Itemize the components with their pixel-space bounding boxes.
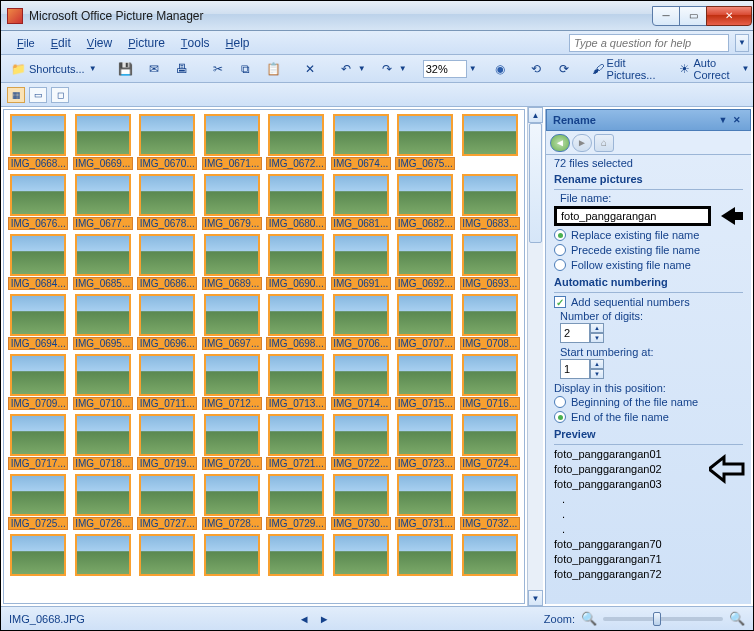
radio-follow[interactable]: Follow existing file name (554, 259, 743, 271)
nav-forward-button[interactable]: ► (572, 134, 592, 152)
zoom-in-button[interactable]: 🔍 (729, 611, 745, 627)
thumbnail-item[interactable]: IMG_0670... (137, 114, 198, 170)
print-button[interactable]: 🖶 (169, 58, 195, 80)
thumbnail-item[interactable]: IMG_0682... (395, 174, 456, 230)
menu-edit[interactable]: Edit (43, 33, 79, 53)
thumbnail-item[interactable]: IMG_0716... (460, 354, 521, 410)
thumbnail-item[interactable]: IMG_0683... (460, 174, 521, 230)
thumbnail-item[interactable]: IMG_0726... (73, 474, 134, 530)
start-input[interactable] (560, 359, 590, 379)
menu-help[interactable]: Help (218, 33, 258, 53)
thumbnail-item[interactable] (8, 534, 69, 579)
thumbnail-item[interactable]: IMG_0691... (331, 234, 392, 290)
radio-precede[interactable]: Precede existing file name (554, 244, 743, 256)
thumbnail-item[interactable]: IMG_0706... (331, 294, 392, 350)
thumbnail-item[interactable]: IMG_0685... (73, 234, 134, 290)
thumbnail-item[interactable] (331, 534, 392, 579)
next-image-button[interactable]: ► (315, 611, 333, 627)
radio-replace[interactable]: Replace existing file name (554, 229, 743, 241)
thumbnail-item[interactable]: IMG_0669... (73, 114, 134, 170)
thumbnail-item[interactable]: IMG_0727... (137, 474, 198, 530)
thumbnail-item[interactable]: IMG_0723... (395, 414, 456, 470)
thumbnail-item[interactable]: IMG_0681... (331, 174, 392, 230)
checkbox-add-sequential[interactable]: ✓Add sequential numbers (554, 296, 743, 308)
task-pane-close-button[interactable]: ✕ (730, 113, 744, 127)
menu-view[interactable]: View (79, 33, 120, 53)
thumbnail-item[interactable]: IMG_0724... (460, 414, 521, 470)
thumbnail-item[interactable]: IMG_0732... (460, 474, 521, 530)
cut-button[interactable]: ✂ (205, 58, 231, 80)
spin-up[interactable]: ▲ (590, 359, 604, 369)
thumbnail-item[interactable]: IMG_0717... (8, 414, 69, 470)
zoom-combo[interactable] (423, 60, 467, 78)
thumbnail-item[interactable]: IMG_0728... (202, 474, 263, 530)
thumbnail-item[interactable]: IMG_0677... (73, 174, 134, 230)
thumbnail-item[interactable]: IMG_0693... (460, 234, 521, 290)
toolbar-overflow[interactable]: ▼ (742, 64, 750, 73)
thumbnail-item[interactable] (73, 534, 134, 579)
thumbnail-item[interactable]: IMG_0675... (395, 114, 456, 170)
thumbnail-item[interactable]: IMG_0689... (202, 234, 263, 290)
thumbnail-item[interactable]: IMG_0714... (331, 354, 392, 410)
thumbnail-item[interactable]: IMG_0709... (8, 354, 69, 410)
copy-button[interactable]: ⧉ (233, 58, 259, 80)
spin-up[interactable]: ▲ (590, 323, 604, 333)
thumbnail-item[interactable] (266, 534, 327, 579)
save-button[interactable]: 💾 (113, 58, 139, 80)
help-button[interactable]: ◉ (487, 58, 513, 80)
mail-button[interactable]: ✉ (141, 58, 167, 80)
edit-pictures-button[interactable]: 🖌Edit Pictures... (587, 58, 665, 80)
thumbnail-item[interactable]: IMG_0708... (460, 294, 521, 350)
start-stepper[interactable]: ▲▼ (560, 359, 604, 379)
zoom-dropdown[interactable]: ▼ (469, 64, 477, 73)
thumbnail-item[interactable]: IMG_0668... (8, 114, 69, 170)
digits-stepper[interactable]: ▲▼ (560, 323, 604, 343)
thumbnail-item[interactable]: IMG_0679... (202, 174, 263, 230)
thumbnail-item[interactable]: IMG_0690... (266, 234, 327, 290)
thumbnail-item[interactable]: IMG_0712... (202, 354, 263, 410)
help-dropdown[interactable]: ▼ (735, 34, 749, 52)
thumbnail-item[interactable]: IMG_0671... (202, 114, 263, 170)
scroll-up-button[interactable]: ▲ (528, 107, 543, 123)
undo-button[interactable]: ↶▼ (333, 58, 372, 80)
thumbnail-item[interactable]: IMG_0678... (137, 174, 198, 230)
thumbnail-item[interactable]: IMG_0680... (266, 174, 327, 230)
minimize-button[interactable]: ─ (652, 6, 680, 26)
thumbnail-item[interactable]: IMG_0729... (266, 474, 327, 530)
thumbnail-item[interactable]: IMG_0715... (395, 354, 456, 410)
menu-tools[interactable]: Tools (173, 33, 218, 53)
thumbnail-item[interactable]: IMG_0707... (395, 294, 456, 350)
thumbnail-item[interactable] (460, 534, 521, 579)
maximize-button[interactable]: ▭ (679, 6, 707, 26)
vertical-scrollbar[interactable]: ▲ ▼ (527, 107, 543, 606)
spin-down[interactable]: ▼ (590, 333, 604, 343)
thumbnail-item[interactable]: IMG_0695... (73, 294, 134, 350)
close-button[interactable]: ✕ (706, 6, 752, 26)
filename-input[interactable] (554, 206, 711, 226)
thumbnail-item[interactable]: IMG_0720... (202, 414, 263, 470)
zoom-slider-thumb[interactable] (653, 612, 661, 626)
thumbnail-item[interactable]: IMG_0711... (137, 354, 198, 410)
thumbnail-item[interactable]: IMG_0722... (331, 414, 392, 470)
thumbnail-view-button[interactable]: ▦ (7, 87, 25, 103)
spin-down[interactable]: ▼ (590, 369, 604, 379)
help-search-input[interactable] (569, 34, 729, 52)
scroll-thumb[interactable] (529, 123, 542, 243)
paste-button[interactable]: 📋 (261, 58, 287, 80)
thumbnail-item[interactable]: IMG_0692... (395, 234, 456, 290)
rotate-right-button[interactable]: ⟳ (551, 58, 577, 80)
thumbnail-item[interactable]: IMG_0710... (73, 354, 134, 410)
zoom-slider[interactable] (603, 617, 723, 621)
delete-button[interactable]: ✕ (297, 58, 323, 80)
thumbnail-item[interactable] (395, 534, 456, 579)
thumbnail-item[interactable]: IMG_0718... (73, 414, 134, 470)
thumbnail-item[interactable]: IMG_0731... (395, 474, 456, 530)
scroll-track[interactable] (528, 123, 543, 590)
thumbnail-item[interactable]: IMG_0674... (331, 114, 392, 170)
thumbnail-item[interactable]: IMG_0698... (266, 294, 327, 350)
thumbnail-item[interactable] (460, 114, 521, 170)
scroll-down-button[interactable]: ▼ (528, 590, 543, 606)
thumbnail-item[interactable]: IMG_0686... (137, 234, 198, 290)
thumbnail-item[interactable]: IMG_0719... (137, 414, 198, 470)
thumbnail-item[interactable]: IMG_0672... (266, 114, 327, 170)
